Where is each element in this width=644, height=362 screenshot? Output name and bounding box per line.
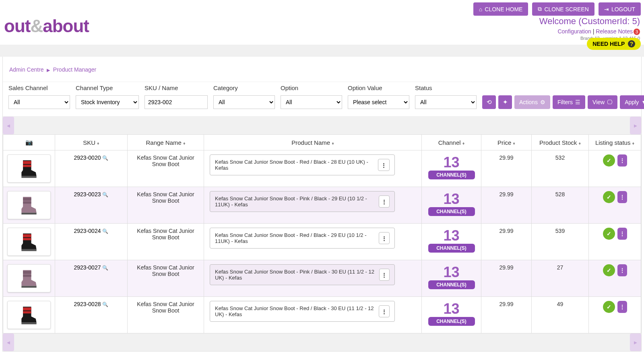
magnify-icon[interactable]: 🔍 <box>102 192 108 197</box>
svg-rect-0 <box>23 161 31 164</box>
sort-icon: ♦ <box>462 141 465 146</box>
page-next-button[interactable]: ► <box>630 117 641 134</box>
option-select[interactable]: All <box>281 95 342 109</box>
filter-icon: ▼ <box>641 99 644 105</box>
channel-number: 13 <box>443 154 459 171</box>
breadcrumb-current[interactable]: Product Manager <box>53 66 96 73</box>
product-name-box: Kefas Snow Cat Junior Snow Boot - Pink /… <box>210 191 395 212</box>
actions-button[interactable]: Actions⚙ <box>514 95 550 109</box>
page-next-button-bottom[interactable]: ► <box>630 333 641 351</box>
breadcrumb-root[interactable]: Admin Centre <box>9 66 44 73</box>
range-name: Kefas Snow Cat Junior Snow Boot <box>128 150 204 187</box>
clone-home-button[interactable]: ⌂CLONE HOME <box>473 2 528 16</box>
channel-count[interactable]: 13CHANNEL(S) <box>428 228 475 253</box>
product-thumbnail[interactable] <box>7 264 51 292</box>
svg-rect-4 <box>23 234 31 237</box>
channel-count[interactable]: 13CHANNEL(S) <box>428 154 475 179</box>
actions-label: Actions <box>519 99 538 105</box>
svg-rect-7 <box>23 275 31 277</box>
header-sku[interactable]: SKU♦ <box>55 135 128 150</box>
channel-number: 13 <box>443 264 459 280</box>
page-prev-button-bottom[interactable]: ◄ <box>3 333 14 351</box>
price: 29.99 <box>481 150 532 187</box>
range-name: Kefas Snow Cat Junior Snow Boot <box>128 187 204 224</box>
row-menu-button[interactable]: ⋮ <box>379 232 390 244</box>
svg-rect-2 <box>23 197 31 200</box>
page-prev-button[interactable]: ◄ <box>3 117 14 134</box>
release-notes-link[interactable]: Release Notes <box>596 28 633 35</box>
status-select[interactable]: All <box>415 95 477 109</box>
row-menu-button[interactable]: ⋮ <box>379 305 390 317</box>
magnify-icon[interactable]: 🔍 <box>102 302 108 307</box>
list-icon: ☰ <box>575 99 580 105</box>
sales-channel-label: Sales Channel <box>8 84 70 91</box>
sort-icon: ♦ <box>97 141 99 146</box>
channel-type-select[interactable]: Stock Inventory <box>76 95 139 109</box>
apply-button[interactable]: Apply▼ <box>620 95 644 109</box>
view-button[interactable]: View🖵 <box>588 95 617 109</box>
expand-button[interactable]: ✦ <box>498 95 512 109</box>
channel-number: 13 <box>443 191 459 207</box>
need-help-label: NEED HELP <box>592 41 625 47</box>
stock: 49 <box>532 297 589 333</box>
chevron-right-icon: ► <box>633 123 638 129</box>
table-row: 2923-0023🔍 Kefas Snow Cat Junior Snow Bo… <box>3 187 641 224</box>
status-menu-button[interactable]: ⋮ <box>617 228 627 240</box>
status-menu-button[interactable]: ⋮ <box>617 301 627 313</box>
sort-icon: ♦ <box>632 141 634 146</box>
channel-count[interactable]: 13CHANNEL(S) <box>428 301 475 326</box>
product-thumbnail[interactable] <box>7 301 51 329</box>
channel-count[interactable]: 13CHANNEL(S) <box>428 264 475 289</box>
magnify-icon[interactable]: 🔍 <box>102 155 108 161</box>
status-menu-button[interactable]: ⋮ <box>617 154 627 167</box>
header-channel[interactable]: Channel♦ <box>422 135 481 150</box>
boot-icon <box>18 194 40 216</box>
header-stock[interactable]: Product Stock♦ <box>532 135 589 150</box>
filters-button[interactable]: Filters☰ <box>553 95 585 109</box>
product-name-box: Kefas Snow Cat Junior Snow Boot - Red / … <box>210 154 395 175</box>
channel-type-label: Channel Type <box>76 84 139 91</box>
refresh-button[interactable]: ⟲ <box>482 95 496 109</box>
row-menu-button[interactable]: ⋮ <box>379 269 390 281</box>
row-menu-button[interactable]: ⋮ <box>379 195 390 208</box>
logout-button[interactable]: ⇥LOGOUT <box>599 2 641 16</box>
view-label: View <box>592 99 605 105</box>
product-thumbnail[interactable] <box>7 154 51 183</box>
product-name-box: Kefas Snow Cat Junior Snow Boot - Red / … <box>210 228 395 249</box>
row-menu-button[interactable]: ⋮ <box>378 159 390 171</box>
status-menu-button[interactable]: ⋮ <box>617 264 627 276</box>
camera-icon: 📷 <box>25 139 33 146</box>
header-price[interactable]: Price♦ <box>481 135 532 150</box>
header-product[interactable]: Product Name♦ <box>204 135 422 150</box>
header-range[interactable]: Range Name♦ <box>128 135 204 150</box>
stock: 27 <box>532 260 589 297</box>
magnify-icon[interactable]: 🔍 <box>102 228 108 234</box>
status-menu-button[interactable]: ⋮ <box>617 191 627 203</box>
category-select[interactable]: All <box>213 95 275 109</box>
product-name: Kefas Snow Cat Junior Snow Boot - Red / … <box>215 305 379 317</box>
gear-icon: ⚙ <box>540 99 545 105</box>
product-name: Kefas Snow Cat Junior Snow Boot - Red / … <box>215 159 378 171</box>
product-thumbnail[interactable] <box>7 191 51 219</box>
sku-text: 2923-0027 <box>74 264 101 271</box>
magnify-icon[interactable]: 🔍 <box>102 265 108 271</box>
price: 29.99 <box>481 224 532 260</box>
configuration-link[interactable]: Configuration <box>557 28 591 35</box>
product-thumbnail[interactable] <box>7 228 51 256</box>
top-button-bar: ⌂CLONE HOME ⧉CLONE SCREEN ⇥LOGOUT <box>473 2 641 16</box>
price: 29.99 <box>481 187 532 224</box>
sales-channel-select[interactable]: All <box>8 95 70 109</box>
sku-name-label: SKU / Name <box>144 84 208 91</box>
expand-icon: ✦ <box>503 99 508 106</box>
chevron-right-icon: ▶ <box>47 68 50 72</box>
clone-screen-button[interactable]: ⧉CLONE SCREEN <box>532 2 594 16</box>
sku-name-input[interactable] <box>144 95 208 109</box>
channel-count[interactable]: 13CHANNEL(S) <box>428 191 475 216</box>
channel-label: CHANNEL(S) <box>428 280 475 289</box>
option-value-select[interactable]: Please select <box>348 95 409 109</box>
need-help-button[interactable]: NEED HELP ? <box>587 38 641 50</box>
channel-label: CHANNEL(S) <box>428 244 475 253</box>
sku-text: 2923-0023 <box>74 191 101 197</box>
header-status[interactable]: Listing status♦ <box>589 135 641 150</box>
range-name: Kefas Snow Cat Junior Snow Boot <box>128 224 204 260</box>
